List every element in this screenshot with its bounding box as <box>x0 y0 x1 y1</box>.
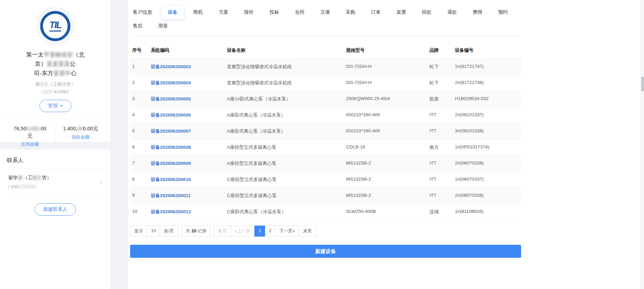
device-code-link[interactable]: 设备202006200012 <box>151 209 191 214</box>
pagination: 显示 10 条/页 共 20 记录 首页 «上一页 1 <box>130 226 521 237</box>
cell-serial: 2#(06070338) <box>453 188 521 204</box>
cell-index: 8 <box>130 172 149 188</box>
company-name-line: 司-东方某某中心 <box>5 69 106 78</box>
scrollbar-thumb[interactable] <box>641 77 644 91</box>
tab-label: 报价 <box>244 9 254 15</box>
page-size-value[interactable]: 10 <box>147 226 160 237</box>
table-header-row: 序号 系统编码 设备名称 规格型号 品牌 设备编号 <box>130 42 521 59</box>
tab-item[interactable]: 售后 <box>133 19 142 33</box>
cell-brand: ITT <box>427 107 453 123</box>
table-row: 5 设备202006200007 A座卧式离心泵（冷温水泵） IG0210*16… <box>130 123 521 140</box>
tab-item[interactable]: 客户信息 <box>133 5 152 19</box>
page-buttons: 首页 «上一页 1 2 下一页» 末页 <box>214 226 316 237</box>
pagination-item[interactable]: 下一页» <box>275 226 299 237</box>
cell-spec: DG-72GH-H <box>344 75 427 91</box>
page-size-group: 显示 10 条/页 <box>130 226 178 237</box>
contacts-title: 联系人 <box>7 157 104 169</box>
pagination-item[interactable]: 首页 <box>214 226 231 237</box>
device-code-link[interactable]: 设备202006200009 <box>151 161 191 166</box>
cell-device-name: C座轻型立式多级离心泵 <box>225 188 344 204</box>
contact-list-item[interactable]: 翟学某（工程主管） / 1501034568 › <box>7 169 104 195</box>
manage-button[interactable]: 管理 <box>39 100 71 112</box>
table-row: 4 设备202006200006 A座卧式离心泵（冷温水泵） IG0210*16… <box>130 107 521 123</box>
tab-label: 立项 <box>320 9 330 15</box>
main-card: 客户信息 设备 商机 方案 报价 投标 合同 立项 <box>128 0 644 289</box>
payment-amount-value: 1,400,000.00元 <box>57 125 105 132</box>
contract-amount-value: 76,500,000.00 元 <box>6 125 54 139</box>
cell-serial: 1#(81721747) <box>453 59 521 75</box>
cell-serial: 3#(06101338) <box>453 123 521 139</box>
cell-serial: 1#(81106826) <box>453 204 521 220</box>
tab-item[interactable]: 预约 <box>498 5 508 19</box>
cell-device-name: A座轻型立式多级离心泵 <box>225 140 344 155</box>
table-body: 1 设备202006200003 直燃型溴化锂吸收式冷温水机组 DG-72GH-… <box>130 59 521 220</box>
cell-spec: MS132SB-2 <box>344 188 427 204</box>
cell-spec: MS132SB-2 <box>344 172 427 188</box>
device-code-link[interactable]: 设备202006200003 <box>151 64 191 69</box>
cell-spec: CDLB-18 <box>344 140 427 155</box>
customer-profile-card: TIL 第一太平某物业管（北 京）某某某某公 司-东方某某中心 翟某某（工程主管… <box>0 0 111 142</box>
cell-brand: 连城 <box>427 204 453 220</box>
tab-item[interactable]: 订单 <box>371 5 381 19</box>
tab-label: 方案 <box>219 9 228 15</box>
table-header-cell: 序号 <box>130 42 149 59</box>
new-contact-button[interactable]: 新建联系人 <box>35 203 76 216</box>
cell-spec: SLW250-400B <box>344 204 427 220</box>
table-header-cell: 设备编号 <box>453 42 521 59</box>
tab-item[interactable]: 商机 <box>193 5 203 19</box>
sidebar-gap <box>0 142 111 149</box>
tab-item[interactable]: 费用 <box>473 5 482 19</box>
device-code-link[interactable]: 设备202006200007 <box>151 129 191 134</box>
contact-name: 翟学某（工程主管） <box>8 175 51 181</box>
tab-item[interactable]: 立项 <box>320 5 330 19</box>
tab-label: 合同 <box>295 9 304 15</box>
table-row: 8 设备202006200010 C座轻型立式多级离心泵 MS132SB-2 I… <box>130 172 521 188</box>
tab-item[interactable]: 报价 <box>244 5 254 19</box>
tab-item[interactable]: 回款 <box>422 5 432 19</box>
company-name-line: 京）某某某某公 <box>5 59 106 69</box>
device-code-link[interactable]: 设备202006200004 <box>151 80 191 85</box>
tab-item[interactable]: 用章 <box>158 19 168 33</box>
pagination-item[interactable]: «上一页 <box>231 226 255 237</box>
device-code-link[interactable]: 设备202006200005 <box>151 96 191 101</box>
tab-label: 回款 <box>422 9 432 15</box>
avatar: TIL <box>36 7 74 45</box>
tab-row-2: 售后 用章 <box>130 19 521 33</box>
tab-item[interactable]: 退款 <box>447 5 457 19</box>
cell-serial: 2#(06101337) <box>453 107 521 123</box>
cell-brand: 松下 <box>427 75 453 91</box>
cell-index: 1 <box>130 59 149 75</box>
tab-label: 发票 <box>396 9 406 15</box>
tab-row-1: 客户信息 设备 商机 方案 报价 投标 合同 立项 <box>130 5 521 19</box>
table-header-cell: 系统编码 <box>149 42 225 59</box>
cell-index: 4 <box>130 107 149 123</box>
cell-spec: DG-72GH-H <box>344 59 427 75</box>
tab-item[interactable]: 合同 <box>295 5 304 19</box>
pagination-item[interactable]: 2 <box>265 226 275 237</box>
pagination-item[interactable]: 1 <box>254 226 265 237</box>
tabs: 客户信息 设备 商机 方案 报价 投标 合同 立项 <box>130 5 521 36</box>
device-code-link[interactable]: 设备202006200006 <box>151 112 191 118</box>
payment-amount-label[interactable]: 回款金额 <box>57 134 105 140</box>
tab-item[interactable]: 设备 <box>162 5 184 19</box>
contract-amount-unit: 元 <box>6 132 54 139</box>
chevron-right-icon: › <box>100 179 102 185</box>
tab-label: 售后 <box>133 23 142 28</box>
pagination-item[interactable]: 末页 <box>299 226 316 237</box>
cell-index: 5 <box>130 123 149 139</box>
tab-item[interactable]: 方案 <box>219 5 228 19</box>
table-row: 3 设备202006200005 A座1#卧式离心泵（冷温水泵） 250KQW5… <box>130 91 521 107</box>
tab-label: 退款 <box>447 9 457 15</box>
new-device-button[interactable]: 新建设备 <box>130 245 521 258</box>
new-contact-button-label: 新建联系人 <box>43 206 67 213</box>
device-code-link[interactable]: 设备202006200011 <box>151 193 191 198</box>
tab-item[interactable]: 采购 <box>346 5 355 19</box>
tab-item[interactable]: 投标 <box>269 5 279 19</box>
device-code-link[interactable]: 设备202006200008 <box>151 145 191 150</box>
tab-item[interactable]: 发票 <box>396 5 406 19</box>
scrollbar[interactable] <box>641 0 644 289</box>
device-code-link[interactable]: 设备202006200010 <box>151 177 191 182</box>
tab-label: 设备 <box>168 9 177 15</box>
tab-label: 费用 <box>473 9 482 15</box>
cell-device-name: A座卧式离心泵（冷温水泵） <box>225 123 344 139</box>
